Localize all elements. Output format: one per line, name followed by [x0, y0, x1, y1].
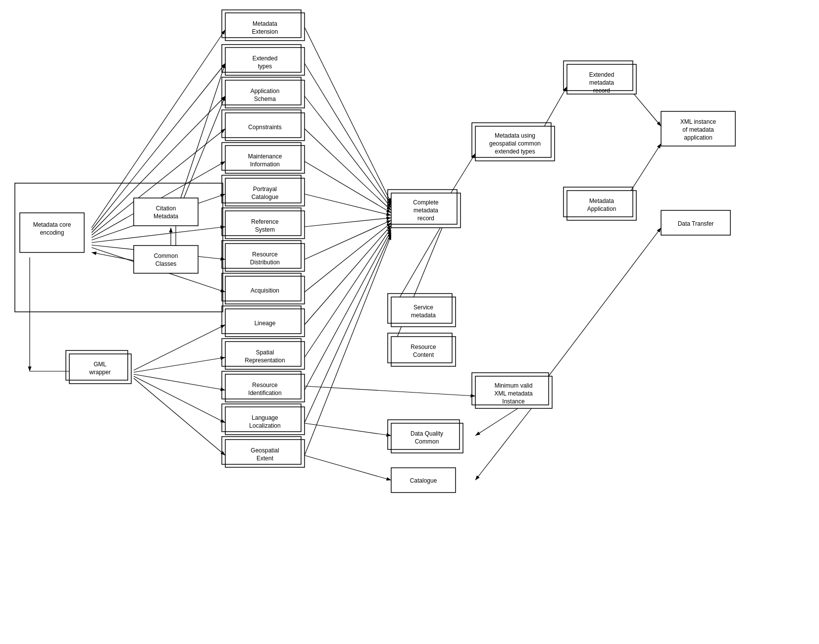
label-language-localization2: Localization	[249, 422, 280, 429]
node-resource-content: Resource Content	[388, 333, 456, 366]
node-extended-types: Extended types	[222, 45, 305, 75]
label-complete-3: record	[417, 215, 434, 222]
arrow-geoext-catalogue	[305, 455, 391, 480]
label-servicemeta-1: Service	[413, 304, 433, 311]
label-commonclasses-2: Classes	[155, 260, 177, 267]
node-geospatial-extent: Geospatial Extent	[222, 437, 305, 467]
node-gml-wrapper: GML wrapper	[66, 350, 131, 384]
label-complete-1: Complete	[413, 199, 439, 206]
label-extended-types2: types	[258, 63, 272, 70]
arrow-portrayal-complete	[305, 194, 391, 215]
label-portrayal-catalogue: Portrayal	[253, 186, 277, 193]
label-maintenance-info: Maintenance	[248, 153, 282, 160]
node-xml-instance: XML instance of metadata application	[661, 111, 735, 146]
label-metaapp-2: Application	[587, 205, 616, 212]
svg-rect-51	[134, 198, 198, 226]
label-resource-identification: Resource	[252, 382, 278, 389]
label-spatial-representation: Spatial	[256, 349, 274, 356]
arrow-gml-lineage	[134, 325, 225, 370]
arrow-core-refsys	[92, 227, 225, 243]
label-extmetarec-3: record	[593, 87, 610, 94]
node-metadata-application: Metadata Application	[563, 187, 636, 220]
label-reference-system: Reference	[251, 218, 279, 225]
label-minvalid-3: Instance	[502, 398, 525, 405]
label-citemeta-1: Citation	[156, 205, 176, 212]
label-resource-identification2: Identification	[248, 390, 281, 396]
node-catalogue: Catalogue	[391, 468, 456, 493]
node-metadata-core-encoding: Metadata core encoding	[20, 213, 84, 252]
label-coreenc-1: Metadata core	[33, 221, 71, 228]
label-extmetarec-1: Extended	[589, 71, 614, 78]
label-extmetarec-2: metadata	[589, 79, 614, 86]
svg-rect-52	[134, 246, 198, 273]
label-resource-distribution2: Distribution	[250, 259, 280, 266]
arrow-spatrep-complete	[305, 228, 391, 357]
arrow-gml-langloc	[134, 376, 225, 423]
label-metaapp-1: Metadata	[589, 198, 614, 204]
node-metadata-extension: Metadata Extension	[222, 10, 305, 41]
node-complete-metadata-record: Complete metadata record	[388, 190, 461, 228]
label-metadata-extension: Metadata	[253, 20, 277, 27]
node-spatial-representation: Spatial Representation	[222, 339, 305, 369]
label-dqc-1: Data Quality	[410, 430, 443, 437]
node-portrayal-catalogue: Portrayal Catalogue	[222, 175, 305, 206]
label-commonclasses-1: Common	[154, 252, 178, 259]
arrow-acq-complete	[305, 223, 391, 292]
label-dqc-2: Common	[415, 438, 439, 445]
diagram: Metadata Extension Extended types Applic…	[0, 0, 819, 644]
label-gml-1: GML	[94, 361, 106, 368]
label-metausing-3: extended types	[495, 148, 535, 155]
label-reference-system2: System	[255, 226, 275, 233]
label-rescont-2: Content	[413, 351, 434, 358]
arrow-appschema-complete	[305, 96, 391, 208]
label-coreenc-2: encoding	[40, 229, 64, 236]
arrow-gml-geoext	[134, 378, 225, 455]
arrow-constraints-complete	[305, 129, 391, 210]
label-resource-distribution: Resource	[252, 251, 278, 258]
label-minvalid-1: Minimum valid	[495, 382, 533, 389]
label-lineage: Lineage	[255, 320, 276, 327]
arrow-geoext-complete	[305, 235, 391, 455]
node-reference-system: Reference System	[222, 208, 305, 239]
label-complete-2: metadata	[413, 207, 438, 214]
node-extended-metadata-record: Extended metadata record	[563, 61, 636, 94]
node-maintenance-info: Maintenance Information	[222, 143, 305, 173]
node-acquisition: Acquisition	[222, 273, 305, 304]
node-common-classes: Common Classes	[134, 246, 198, 273]
node-lineage: Lineage	[222, 306, 305, 337]
node-resource-identification: Resource Identification	[222, 371, 305, 402]
label-servicemeta-2: metadata	[411, 312, 436, 319]
arrow-cite-exttype	[176, 63, 225, 213]
label-data-transfer: Data Transfer	[678, 220, 714, 227]
node-application-schema: Application Schema	[222, 77, 305, 108]
label-catalogue: Catalogue	[410, 477, 437, 484]
node-language-localization: Language Localization	[222, 404, 305, 435]
label-xml-2: of metadata	[682, 126, 714, 133]
label-application-schema2: Schema	[254, 96, 276, 102]
label-geospatial-extent: Geospatial	[251, 447, 279, 454]
label-acquisition: Acquisition	[251, 287, 279, 294]
arrow-minvalid-datatransfer	[537, 228, 661, 391]
label-application-schema: Application	[251, 88, 280, 95]
label-gml-2: wrapper	[89, 369, 110, 376]
node-resource-distribution: Resource Distribution	[222, 241, 305, 271]
label-xml-1: XML instance	[680, 118, 717, 125]
label-spatial-representation2: Representation	[245, 357, 285, 364]
arrow-maint-complete	[305, 161, 391, 213]
node-metadata-using-geospatial: Metadata using geospatial common extende…	[472, 123, 555, 161]
node-citation-metadata: Citation Metadata	[134, 198, 198, 226]
arrow-langloc-complete	[305, 233, 391, 423]
node-minimum-valid-xml: Minimum valid XML metadata Instance	[472, 373, 552, 408]
node-constraints: Copnstraints	[222, 110, 305, 141]
arrow-metaext-complete	[305, 27, 391, 203]
label-xml-3: application	[684, 134, 712, 141]
label-rescont-1: Resource	[410, 344, 436, 350]
label-metausing-2: geospatial common	[489, 140, 541, 147]
label-geospatial-extent2: Extent	[256, 455, 274, 462]
label-language-localization: Language	[252, 414, 278, 421]
arrow-complete-rescont	[391, 225, 443, 351]
node-data-quality-common: Data Quality Common	[388, 420, 463, 453]
label-metadata-extension2: Extension	[252, 28, 278, 35]
label-constraints: Copnstraints	[248, 124, 281, 131]
arrow-gml-resid	[134, 374, 225, 390]
